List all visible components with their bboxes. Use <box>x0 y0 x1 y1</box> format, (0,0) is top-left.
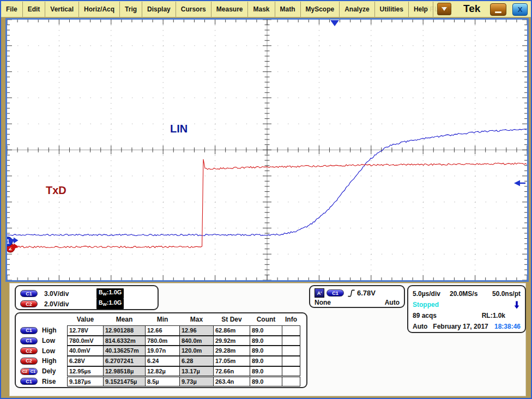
trigger-holdoff: Auto <box>385 299 400 306</box>
timebase-readout-panel[interactable]: 5.0µs/div 20.0MS/s 50.0ns/pt Stopped 89 … <box>407 285 526 333</box>
menu-item-file[interactable]: File <box>1 2 23 17</box>
graticule-grid <box>7 20 527 280</box>
channel-badge-c1: C1 <box>20 290 38 297</box>
measurement-cell: 89.0 <box>250 325 282 336</box>
measurement-cell: 9.187µs <box>67 377 104 387</box>
label-txd: TxD <box>46 184 66 196</box>
measurement-label: Dely <box>42 367 63 375</box>
measurement-cell <box>282 325 300 336</box>
timebase-row-2: Stopped <box>413 299 521 310</box>
timebase-row-4: Auto February 17, 2017 18:38:46 <box>413 321 521 332</box>
measurement-label: Low <box>42 347 63 355</box>
measurement-cell: 89.0 <box>250 346 282 356</box>
menu-item-myscope[interactable]: MyScope <box>301 2 340 17</box>
oscilloscope-window: FileEditVerticalHoriz/AcqTrigDisplayCurs… <box>0 0 532 399</box>
measurement-row-c1-rise: C1Rise9.187µs9.1521475µ8.5µ9.73µ263.4n89… <box>16 377 306 387</box>
minimize-button[interactable] <box>490 3 506 16</box>
record-length: RL:1.0k <box>482 312 505 319</box>
menu-item-trig[interactable]: Trig <box>120 2 142 17</box>
measurement-cell: 40.136257m <box>103 346 146 356</box>
measurement-cell: 780.0mV <box>67 336 104 346</box>
menu-items: FileEditVerticalHoriz/AcqTrigDisplayCurs… <box>1 2 433 17</box>
tek-logo: Tek <box>463 3 480 15</box>
trigger-a-badge: A' <box>315 288 324 298</box>
acquisition-count: 89 acqs <box>413 312 437 319</box>
channel-readout-panel[interactable]: C13.0V/divBW:1.0GC22.0V/divBW:1.0G <box>15 285 159 310</box>
trigger-source-badge: C1 <box>327 289 344 297</box>
trigger-row-2: None Auto <box>315 299 400 306</box>
column-header-min: Min <box>145 316 180 323</box>
measurement-cell: 840.0m <box>179 336 214 346</box>
measurement-label: High <box>42 327 63 334</box>
trigger-readout-panel[interactable]: A' C1 6.78V None Auto <box>309 285 405 308</box>
date-display: February 17, 2017 <box>433 323 488 330</box>
menu-item-display[interactable]: Display <box>142 2 176 17</box>
menu-item-analyze[interactable]: Analyze <box>340 2 374 17</box>
measurement-label: High <box>42 357 63 365</box>
measurement-row-c1-low: C1Low780.0mV814.6332m780.0m840.0m29.92m8… <box>16 336 306 346</box>
sample-resolution: 50.0ns/pt <box>492 290 521 298</box>
measurement-cell: 780.0m <box>145 336 180 346</box>
measurement-cell: 6.2707241 <box>103 356 146 366</box>
trigger-row-1: A' C1 6.78V <box>315 288 400 298</box>
channel-scale: 2.0V/div <box>44 300 96 308</box>
measurement-cell: 12.95µs <box>67 366 104 377</box>
column-header-max: Max <box>179 316 214 323</box>
channel-badge-c2: C2 <box>20 358 38 365</box>
measurement-row-c2c1-dely: C2C1Dely12.95µs12.98518µ12.82µ13.17µ72.6… <box>16 366 306 377</box>
column-header-mean: Mean <box>103 316 146 323</box>
measurement-cell: 9.73µ <box>179 377 214 387</box>
menu-item-mask[interactable]: Mask <box>248 2 275 17</box>
channel-badge-c2: C2 <box>20 347 38 354</box>
measurement-row-c2-high: C2High6.28V6.27072416.246.2817.05m89.0 <box>16 356 306 366</box>
measurement-panel[interactable]: ValueMeanMinMaxSt DevCountInfo C1High12.… <box>15 312 307 388</box>
menu-item-math[interactable]: Math <box>275 2 301 17</box>
menu-item-horiz-acq[interactable]: Horiz/Acq <box>79 2 120 17</box>
graticule: TxD LIN 2 1 <box>7 20 527 280</box>
measurement-cell: 40.0mV <box>67 346 104 356</box>
measurement-row-c1-high: C1High12.78V12.90128812.6612.9662.86m89.… <box>16 325 306 336</box>
rising-edge-icon <box>347 289 355 298</box>
measurement-label: Rise <box>42 378 63 385</box>
time-display: 18:38:46 <box>494 323 521 330</box>
trigger-level-marker[interactable] <box>514 180 525 186</box>
waveform-display: TxD LIN 2 1 <box>5 18 529 282</box>
measurement-cell: 263.4n <box>213 377 250 387</box>
measurement-cells: 780.0mV814.6332m780.0m840.0m29.92m89.0 <box>67 336 300 346</box>
channel-row-c1: C13.0V/divBW:1.0G <box>20 288 153 299</box>
column-header-value: Value <box>67 316 104 323</box>
channel-badge-c2: C2 <box>20 300 38 307</box>
measurement-cell: 12.96 <box>179 325 214 336</box>
close-button[interactable]: X <box>512 3 528 16</box>
trace-lin <box>7 129 527 236</box>
measurement-cell: 89.0 <box>250 356 282 366</box>
measurement-cell: 6.28 <box>179 356 214 366</box>
meas-header-row: ValueMeanMinMaxSt DevCountInfo <box>67 316 300 323</box>
menu-item-utilities[interactable]: Utilities <box>375 2 409 17</box>
sample-rate: 20.0MS/s <box>450 290 491 298</box>
trigger-position-marker[interactable] <box>330 20 339 26</box>
measurement-cell: 89.0 <box>250 366 282 377</box>
column-header-count: Count <box>250 316 282 323</box>
menu-item-vertical[interactable]: Vertical <box>45 2 79 17</box>
menu-bar: FileEditVerticalHoriz/AcqTrigDisplayCurs… <box>1 1 531 17</box>
measurement-cell: 6.24 <box>145 356 180 366</box>
trigger-mode-auto: Auto <box>413 323 427 330</box>
minimize-icon <box>495 11 501 13</box>
measurement-cell: 72.66n <box>213 366 250 377</box>
trigger-mode: None <box>315 299 331 306</box>
menu-item-edit[interactable]: Edit <box>23 2 46 17</box>
measurement-cells: 12.78V12.90128812.6612.9662.86m89.0 <box>67 325 300 336</box>
measurement-cell: 12.901288 <box>103 325 146 336</box>
acquisition-state: Stopped <box>413 301 439 309</box>
measurement-row-c2-low: C2Low40.0mV40.136257m19.07n120.0m29.28m8… <box>16 346 306 356</box>
menu-item-cursors[interactable]: Cursors <box>176 2 211 17</box>
measurement-cell: 62.86m <box>213 325 250 336</box>
timebase-row-3: 89 acqs RL:1.0k <box>413 310 521 321</box>
measurement-cell: 89.0 <box>250 377 282 387</box>
measurement-cell <box>282 346 300 356</box>
measurement-cell <box>282 356 300 366</box>
measurement-cell: 13.17µ <box>179 366 214 377</box>
menu-item-measure[interactable]: Measure <box>211 2 249 17</box>
channel-badge-c1: C1 <box>20 378 38 385</box>
